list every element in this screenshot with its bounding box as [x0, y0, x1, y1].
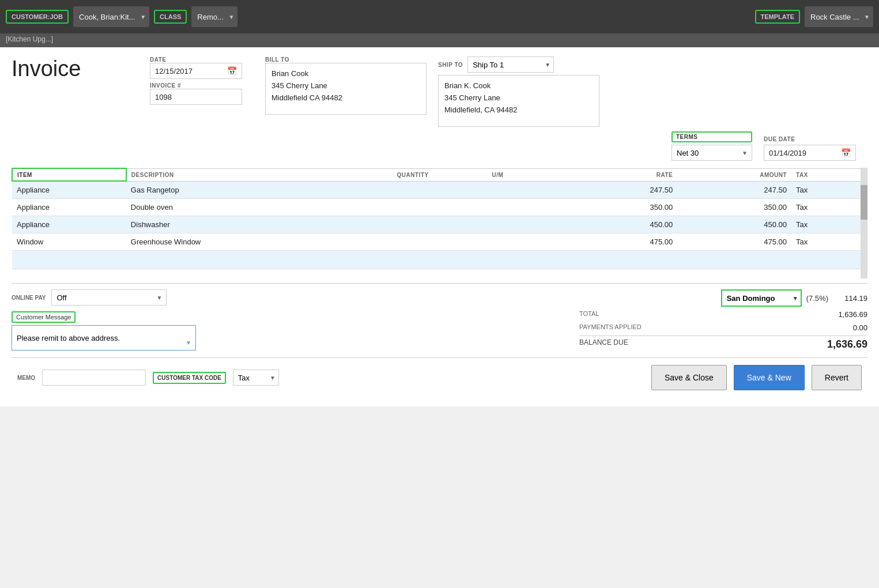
row-rate: 247.50: [563, 181, 677, 199]
row-tax: Tax: [791, 181, 867, 199]
col-item: ITEM: [12, 168, 126, 181]
terms-label: TERMS: [671, 131, 752, 142]
customer-job-select-wrap[interactable]: Cook, Brian:Kit...: [73, 6, 149, 27]
invoice-num-input[interactable]: 1098: [150, 89, 242, 105]
invoice-table-wrapper: ITEM DESCRIPTION QUANTITY U/M RATE AMOUN…: [12, 168, 867, 278]
ship-to-line2: 345 Cherry Lane: [444, 92, 593, 104]
table-row[interactable]: Window Greenhouse Window 475.00 475.00 T…: [12, 233, 867, 251]
ship-to-line1: Brian K. Cook: [444, 80, 593, 92]
row-amount: 450.00: [677, 216, 791, 233]
tax-row: San Domingo (7.5%) 114.19: [579, 289, 867, 307]
ship-to-select-wrap[interactable]: Ship To 1: [467, 56, 554, 73]
terms-select-wrap[interactable]: Net 30: [671, 145, 752, 161]
due-date-input[interactable]: 01/14/2019 📅: [764, 145, 856, 161]
customer-message-section: Customer Message Please remit to above a…: [12, 311, 231, 350]
row-amount: 350.00: [677, 199, 791, 216]
tax-location-select[interactable]: San Domingo: [721, 289, 802, 307]
table-row[interactable]: Appliance Gas Rangetop 247.50 247.50 Tax: [12, 181, 867, 199]
template-select-wrap[interactable]: Rock Castle ...: [805, 6, 873, 27]
customer-job-label: CUSTOMER:JOB: [6, 10, 69, 24]
table-empty-row[interactable]: [12, 251, 867, 269]
row-quantity: [393, 233, 488, 251]
class-select-wrap[interactable]: Remo...: [191, 6, 237, 27]
subtitle-text: [Kitchen Upg...]: [6, 35, 53, 43]
invoice-table: ITEM DESCRIPTION QUANTITY U/M RATE AMOUN…: [12, 168, 867, 269]
total-row: Total 1,636.69: [579, 309, 867, 320]
col-um: U/M: [487, 168, 563, 181]
ship-to-line3: Middlefield, CA 94482: [444, 104, 593, 116]
template-select[interactable]: Rock Castle ...: [805, 6, 873, 27]
total-label: Total: [579, 310, 599, 319]
top-bar: CUSTOMER:JOB Cook, Brian:Kit... CLASS Re…: [0, 0, 879, 33]
row-rate: 475.00: [563, 233, 677, 251]
tax-amount: 114.19: [833, 294, 867, 303]
customer-message-select[interactable]: Please remit to above address.: [12, 325, 196, 350]
payments-label: PAYMENTS APPLIED: [579, 323, 642, 332]
customer-message-select-wrap[interactable]: Please remit to above address.: [12, 325, 196, 350]
row-amount: 247.50: [677, 181, 791, 199]
terms-select[interactable]: Net 30: [671, 145, 752, 161]
revert-button[interactable]: Revert: [812, 365, 862, 390]
online-pay-label: ONLINE PAY: [12, 295, 46, 301]
date-value: 12/15/2017: [155, 67, 193, 76]
row-item: Appliance: [12, 199, 126, 216]
save-new-button[interactable]: Save & New: [734, 365, 805, 390]
row-rate: 450.00: [563, 216, 677, 233]
balance-value: 1,636.69: [827, 338, 867, 350]
row-description: Dishwasher: [126, 216, 393, 233]
date-label: DATE: [150, 56, 242, 63]
invoice-header: Invoice DATE 12/15/2017 📅 INVOICE # 1098…: [12, 56, 867, 127]
col-quantity: QUANTITY: [393, 168, 488, 181]
invoice-num-label: INVOICE #: [150, 82, 242, 89]
table-row[interactable]: Appliance Double oven 350.00 350.00 Tax: [12, 199, 867, 216]
row-um: [487, 199, 563, 216]
ship-to-address[interactable]: Brian K. Cook 345 Cherry Lane Middlefiel…: [438, 75, 599, 127]
tax-location-select-wrap[interactable]: San Domingo: [721, 289, 802, 307]
ship-to-select[interactable]: Ship To 1: [467, 56, 554, 73]
table-header-row: ITEM DESCRIPTION QUANTITY U/M RATE AMOUN…: [12, 168, 867, 181]
col-rate: RATE: [563, 168, 677, 181]
invoice-num-field: INVOICE # 1098: [150, 82, 242, 105]
customer-message-label[interactable]: Customer Message: [12, 311, 76, 323]
class-label: CLASS: [154, 10, 187, 24]
total-value: 1,636.69: [838, 310, 867, 319]
left-bottom: ONLINE PAY Off Customer Message Please r…: [12, 289, 231, 350]
address-col: BILL TO Brian Cook 345 Cherry Lane Middl…: [265, 56, 867, 127]
scroll-thumb[interactable]: [861, 185, 867, 220]
row-description: Gas Rangetop: [126, 181, 393, 199]
date-input[interactable]: 12/15/2017 📅: [150, 63, 242, 79]
footer-tax-select-wrap[interactable]: Tax: [233, 370, 279, 386]
table-row[interactable]: Appliance Dishwasher 450.00 450.00 Tax: [12, 216, 867, 233]
row-quantity: [393, 181, 488, 199]
row-tax: Tax: [791, 233, 867, 251]
class-select[interactable]: Remo...: [191, 6, 237, 27]
date-field: DATE 12/15/2017 📅: [150, 56, 242, 79]
memo-input[interactable]: [42, 370, 146, 386]
invoice-title-col: Invoice: [12, 56, 127, 87]
invoice-title: Invoice: [12, 56, 127, 81]
payments-row: PAYMENTS APPLIED 0.00: [579, 322, 867, 333]
due-date-label: DUE DATE: [764, 136, 856, 142]
tax-percentage: (7.5%): [806, 294, 828, 303]
footer-tax-select[interactable]: Tax: [233, 370, 279, 386]
row-quantity: [393, 216, 488, 233]
due-date-calendar-icon[interactable]: 📅: [841, 148, 851, 157]
customer-job-select[interactable]: Cook, Brian:Kit...: [73, 6, 149, 27]
col-description: DESCRIPTION: [126, 168, 393, 181]
invoice-num-value: 1098: [155, 93, 172, 101]
row-tax: Tax: [791, 199, 867, 216]
row-um: [487, 233, 563, 251]
bill-to-address[interactable]: Brian Cook 345 Cherry Lane Middlefield C…: [265, 63, 427, 115]
bill-to-label: BILL TO: [265, 56, 427, 63]
footer-bar: MEMO CUSTOMER TAX CODE Tax Save & Close …: [12, 357, 867, 397]
row-um: [487, 181, 563, 199]
row-amount: 475.00: [677, 233, 791, 251]
terms-section: TERMS Net 30: [671, 131, 752, 161]
online-pay-select[interactable]: Off: [51, 289, 167, 306]
date-section: DATE 12/15/2017 📅 INVOICE # 1098: [150, 56, 242, 105]
scrollbar[interactable]: [861, 168, 867, 278]
calendar-icon[interactable]: 📅: [227, 66, 237, 76]
online-pay-select-wrap[interactable]: Off: [51, 289, 167, 306]
save-close-button[interactable]: Save & Close: [651, 365, 727, 390]
online-pay-row: ONLINE PAY Off: [12, 289, 231, 306]
